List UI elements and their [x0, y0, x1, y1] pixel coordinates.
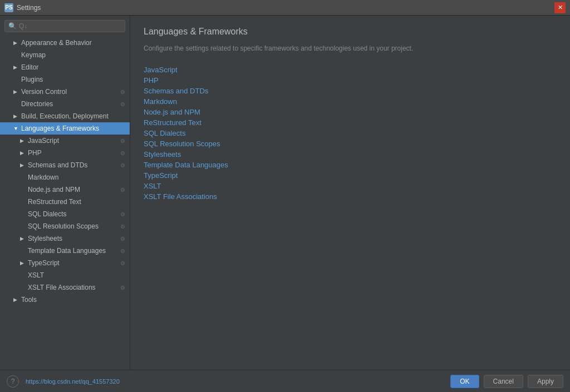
sidebar-item-xslt[interactable]: XSLT — [0, 269, 130, 281]
content-link-stylesheets[interactable]: Stylesheets — [144, 149, 557, 160]
content-area: Languages & Frameworks Configure the set… — [130, 16, 570, 370]
content-link-restructured-text[interactable]: ReStructured Text — [144, 117, 557, 128]
sidebar-item-directories[interactable]: Directories ⚙ — [0, 98, 130, 110]
arrow-icon: ▼ — [13, 126, 19, 131]
arrow-icon: ▶ — [13, 297, 19, 302]
content-link-template-data-languages[interactable]: Template Data Languages — [144, 160, 557, 170]
ext-icon: ⚙ — [120, 285, 125, 291]
sidebar-item-languages-frameworks[interactable]: ▼ Languages & Frameworks — [0, 122, 130, 135]
sidebar-item-appearance-behavior[interactable]: ▶ Appearance & Behavior — [0, 37, 130, 49]
sidebar-item-label: Stylesheets — [28, 235, 62, 242]
content-description: Configure the settings related to specif… — [144, 43, 557, 53]
arrow-icon: ▶ — [13, 40, 19, 46]
arrow-icon: ▶ — [13, 89, 19, 95]
sidebar-item-javascript[interactable]: ▶ JavaScript ⚙ — [0, 135, 130, 147]
sidebar-item-label: Markdown — [28, 173, 58, 181]
sidebar-item-label: TypeScript — [28, 259, 60, 267]
window-title: Settings — [17, 4, 41, 12]
ext-icon: ⚙ — [120, 101, 125, 107]
cancel-button[interactable]: Cancel — [484, 375, 523, 388]
content-link-typescript[interactable]: TypeScript — [144, 170, 557, 181]
search-box[interactable]: 🔍 — [4, 20, 125, 32]
sidebar-item-label: Template Data Languages — [28, 247, 106, 255]
main-layout: 🔍 ▶ Appearance & Behavior Keymap ▶ Edito… — [0, 16, 570, 370]
ok-button[interactable]: OK — [450, 375, 479, 388]
content-link-php[interactable]: PHP — [144, 75, 557, 86]
ext-icon: ⚙ — [120, 236, 125, 242]
ext-icon: ⚙ — [120, 224, 125, 230]
close-button[interactable]: ✕ — [554, 2, 566, 13]
search-icon: 🔍 — [8, 22, 17, 30]
footer-url: https://blog.csdn.net/qq_41557320 — [26, 378, 120, 385]
search-input[interactable] — [19, 22, 121, 30]
footer-buttons: OK Cancel Apply — [450, 375, 563, 388]
apply-button[interactable]: Apply — [528, 375, 563, 388]
arrow-icon: ▶ — [13, 64, 19, 70]
sidebar-item-label: Plugins — [21, 76, 43, 83]
ext-icon: ⚙ — [120, 162, 125, 168]
sidebar-item-label: Version Control — [21, 88, 67, 96]
content-link-javascript[interactable]: JavaScript — [144, 64, 557, 75]
content-link-xslt-file-associations[interactable]: XSLT File Associations — [144, 191, 557, 202]
sidebar-item-label: ReStructured Text — [28, 198, 81, 206]
arrow-icon: ▶ — [20, 260, 26, 266]
arrow-icon: ▶ — [20, 150, 26, 156]
sidebar-item-label: Directories — [21, 100, 53, 108]
sidebar-item-label: Languages & Frameworks — [21, 125, 99, 132]
sidebar-item-schemas-dtds[interactable]: ▶ Schemas and DTDs ⚙ — [0, 159, 130, 171]
sidebar: 🔍 ▶ Appearance & Behavior Keymap ▶ Edito… — [0, 16, 130, 370]
sidebar-item-template-data-languages[interactable]: Template Data Languages ⚙ — [0, 245, 130, 257]
ext-icon: ⚙ — [120, 187, 125, 193]
sidebar-item-label: Schemas and DTDs — [28, 161, 87, 169]
sidebar-item-php[interactable]: ▶ PHP ⚙ — [0, 147, 130, 159]
ext-icon: ⚙ — [120, 138, 125, 144]
sidebar-item-editor[interactable]: ▶ Editor — [0, 61, 130, 73]
sidebar-item-label: Node.js and NPM — [28, 186, 80, 193]
content-link-schemas-dtds[interactable]: Schemas and DTDs — [144, 86, 557, 96]
sidebar-item-sql-dialects[interactable]: SQL Dialects ⚙ — [0, 208, 130, 220]
sidebar-item-typescript[interactable]: ▶ TypeScript ⚙ — [0, 257, 130, 269]
arrow-icon: ▶ — [20, 138, 26, 143]
help-button[interactable]: ? — [7, 375, 19, 388]
page-title: Languages & Frameworks — [144, 27, 557, 37]
ext-icon: ⚙ — [120, 260, 125, 266]
sidebar-item-version-control[interactable]: ▶ Version Control ⚙ — [0, 86, 130, 98]
sidebar-item-sql-resolution-scopes[interactable]: SQL Resolution Scopes ⚙ — [0, 220, 130, 232]
title-bar: PS Settings ✕ — [0, 0, 570, 16]
ext-icon: ⚙ — [120, 150, 125, 156]
sidebar-item-label: XSLT — [28, 271, 44, 279]
sidebar-item-xslt-file-associations[interactable]: XSLT File Associations ⚙ — [0, 281, 130, 294]
sidebar-item-label: Build, Execution, Deployment — [21, 112, 109, 120]
content-link-markdown[interactable]: Markdown — [144, 96, 557, 107]
content-link-sql-resolution-scopes[interactable]: SQL Resolution Scopes — [144, 138, 557, 149]
sidebar-item-nodejs-npm[interactable]: Node.js and NPM ⚙ — [0, 183, 130, 196]
ext-icon: ⚙ — [120, 248, 125, 254]
sidebar-item-stylesheets[interactable]: ▶ Stylesheets ⚙ — [0, 232, 130, 245]
content-link-nodejs-npm[interactable]: Node.js and NPM — [144, 107, 557, 117]
sidebar-item-label: PHP — [28, 149, 42, 157]
sidebar-item-label: JavaScript — [28, 137, 59, 145]
title-bar-left: PS Settings — [4, 3, 41, 12]
content-link-xslt[interactable]: XSLT — [144, 181, 557, 191]
sidebar-item-keymap[interactable]: Keymap — [0, 49, 130, 61]
sidebar-item-label: Keymap — [21, 51, 46, 59]
sidebar-item-label: SQL Resolution Scopes — [28, 222, 99, 230]
sidebar-item-label: SQL Dialects — [28, 210, 67, 218]
sidebar-item-restructured-text[interactable]: ReStructured Text — [0, 196, 130, 208]
content-links-list: JavaScriptPHPSchemas and DTDsMarkdownNod… — [144, 64, 557, 202]
ext-icon: ⚙ — [120, 211, 125, 217]
content-link-sql-dialects[interactable]: SQL Dialects — [144, 128, 557, 138]
sidebar-item-build[interactable]: ▶ Build, Execution, Deployment — [0, 110, 130, 122]
sidebar-item-label: Appearance & Behavior — [21, 39, 92, 47]
ext-icon: ⚙ — [120, 89, 125, 95]
sidebar-item-markdown[interactable]: Markdown — [0, 171, 130, 183]
app-icon: PS — [4, 3, 13, 12]
sidebar-item-label: Tools — [21, 296, 37, 304]
footer: ? https://blog.csdn.net/qq_41557320 OK C… — [0, 370, 570, 392]
sidebar-item-plugins[interactable]: Plugins — [0, 73, 130, 86]
arrow-icon: ▶ — [20, 162, 26, 168]
sidebar-item-tools[interactable]: ▶ Tools — [0, 294, 130, 306]
sidebar-item-label: Editor — [21, 63, 38, 71]
arrow-icon: ▶ — [13, 113, 19, 119]
arrow-icon: ▶ — [20, 236, 26, 241]
